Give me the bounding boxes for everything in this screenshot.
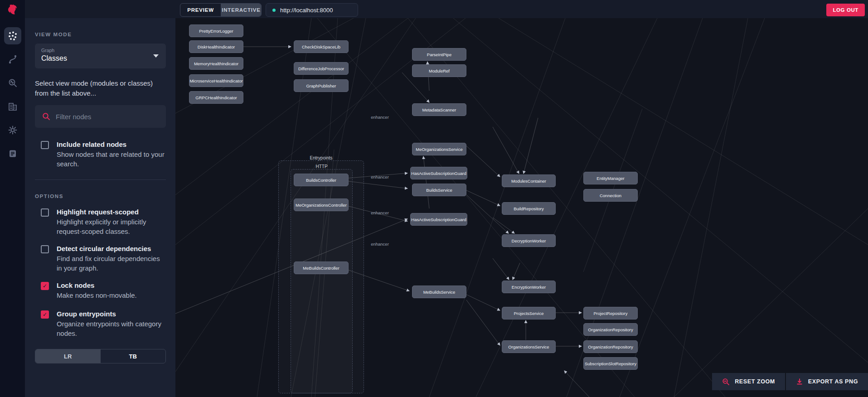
graph-node[interactable]: BuildsController <box>294 174 349 186</box>
graph-node[interactable]: ProjectRepository <box>583 307 638 320</box>
option-desc: Find and fix circular dependencies in yo… <box>57 254 166 273</box>
mode-segmented-control: PREVIEW INTERACTIVE <box>180 3 262 17</box>
graph-node[interactable]: CheckDiskSpaceLib <box>294 40 349 53</box>
inspect-icon <box>8 78 18 88</box>
include-related-checkbox[interactable] <box>41 141 49 149</box>
graph-node[interactable]: ModulesContainer <box>502 174 556 187</box>
graph-canvas[interactable]: EntrypointsHTTPPrettyErrorLoggerDiskHeal… <box>175 18 868 397</box>
options-heading: OPTIONS <box>35 194 166 199</box>
group-label: HTTP <box>315 164 327 169</box>
target-url-field[interactable]: http://localhost:8000 <box>266 3 358 17</box>
graph-node[interactable]: SubscriptionSlotRepository <box>583 357 638 370</box>
log-out-button[interactable]: LOG OUT <box>826 4 865 16</box>
graph-select-label: Graph <box>41 48 160 53</box>
option-title: Highlight request-scoped <box>57 207 166 217</box>
view-mode-description: Select view mode (modules or classes) fr… <box>35 78 166 98</box>
tab-interactive[interactable]: INTERACTIVE <box>221 4 261 16</box>
graph-node[interactable]: MeBuildsController <box>294 261 349 274</box>
graph-node[interactable]: MeBuildsService <box>412 286 466 298</box>
edge-label: enhancer <box>371 210 389 215</box>
magnifier-icon <box>722 378 730 386</box>
graph-node[interactable]: EncryptionWorker <box>502 281 556 293</box>
graph-node[interactable]: MeOrganizationsController <box>294 198 349 211</box>
option-title: Include related nodes <box>57 140 166 150</box>
graph-node[interactable]: ProjectsService <box>502 307 556 320</box>
graph-node[interactable]: OrganizationRepository <box>583 323 638 336</box>
direction-tb-button[interactable]: TB <box>101 349 166 363</box>
checkbox[interactable] <box>41 245 49 253</box>
graph-node[interactable]: DiskHealthIndicator <box>189 40 243 53</box>
graph-node[interactable]: ParseIntPipe <box>412 48 466 61</box>
rail-item-organization[interactable] <box>4 98 21 115</box>
canvas-footer-buttons: RESET ZOOMEXPORT AS PNG <box>712 373 868 390</box>
option-title: Lock nodes <box>57 281 137 290</box>
rail-item-graph[interactable] <box>4 27 21 44</box>
graph-node[interactable]: HasActiveSubscriptionGuard <box>410 167 467 179</box>
rail-item-settings[interactable] <box>4 121 21 139</box>
settings-icon <box>8 125 18 135</box>
organization-icon <box>8 102 18 111</box>
option-desc: Organize entrypoints with category nodes… <box>57 319 166 338</box>
graph-node[interactable]: Connection <box>583 189 638 202</box>
graph-node[interactable]: MeOrganizationsService <box>412 143 466 155</box>
graph-node[interactable]: GraphPublisher <box>294 79 349 92</box>
chevron-down-icon <box>153 54 159 58</box>
option-include-related-nodes[interactable]: Include related nodes Show nodes that ar… <box>41 140 166 169</box>
route-icon <box>8 54 18 64</box>
option-highlight-request-scoped[interactable]: Highlight request-scopedHighlight explic… <box>41 207 166 236</box>
download-icon <box>796 378 803 385</box>
logs-icon <box>8 149 18 159</box>
graph-node[interactable]: BuildsService <box>412 184 466 196</box>
sidebar: VIEW MODE Graph Classes Select view mode… <box>25 18 175 397</box>
group-label: Entrypoints <box>310 155 332 160</box>
reset-zoom-button[interactable]: RESET ZOOM <box>712 373 785 390</box>
graph-node[interactable]: OrganizationsService <box>502 340 556 353</box>
graph-node[interactable]: MetadataScanner <box>412 103 466 116</box>
target-url: http://localhost:8000 <box>280 7 333 14</box>
checkbox[interactable] <box>41 208 49 217</box>
graph-select-value: Classes <box>41 54 160 63</box>
edge-label: enhancer <box>371 115 389 120</box>
search-icon <box>42 112 50 121</box>
option-group-entrypoints[interactable]: ✓Group entrypointsOrganize entrypoints w… <box>41 309 166 338</box>
edge-label: enhancer <box>371 174 389 179</box>
option-title: Detect circular dependencies <box>57 244 166 254</box>
graph-node[interactable]: PrettyErrorLogger <box>189 24 243 37</box>
icon-rail <box>0 0 25 397</box>
graph-node[interactable]: DecryptionWorker <box>502 234 556 247</box>
graph-node[interactable]: DifferenceJobProcessor <box>294 62 349 75</box>
option-desc: Make nodes non-movable. <box>57 290 137 300</box>
rail-item-route[interactable] <box>4 51 21 68</box>
graph-node[interactable]: BuildRepository <box>502 202 556 215</box>
devtools-app: PREVIEW INTERACTIVE http://localhost:800… <box>0 0 868 397</box>
filter-nodes-input[interactable] <box>56 113 159 121</box>
graph-node[interactable]: EntityManager <box>583 172 638 184</box>
option-detect-circular-dependencies[interactable]: Detect circular dependenciesFind and fix… <box>41 244 166 273</box>
layout-direction-toggle: LR TB <box>35 349 166 363</box>
graph-node[interactable]: OrganizationRepository <box>583 340 638 353</box>
view-mode-heading: VIEW MODE <box>35 32 166 37</box>
sidebar-divider <box>35 179 166 180</box>
edge-label: enhancer <box>371 242 389 247</box>
checkbox[interactable]: ✓ <box>41 282 49 290</box>
graph-node[interactable]: ModuleRef <box>412 64 466 77</box>
checkbox[interactable]: ✓ <box>41 310 49 319</box>
graph-node[interactable]: MicroserviceHealthIndicator <box>189 74 243 87</box>
rail-item-inspect[interactable] <box>4 74 21 92</box>
option-title: Group entrypoints <box>57 309 166 319</box>
tab-preview[interactable]: PREVIEW <box>180 4 221 16</box>
rail-item-logs[interactable] <box>4 145 21 162</box>
connection-status-dot <box>272 9 276 12</box>
graph-node[interactable]: GRPCHealthIndicator <box>189 91 243 104</box>
option-lock-nodes[interactable]: ✓Lock nodesMake nodes non-movable. <box>41 281 166 300</box>
direction-lr-button[interactable]: LR <box>35 349 101 363</box>
top-bar: PREVIEW INTERACTIVE http://localhost:800… <box>25 0 868 18</box>
graph-node[interactable]: MemoryHealthIndicator <box>189 57 243 70</box>
export-as-png-button[interactable]: EXPORT AS PNG <box>786 373 868 390</box>
graph-select[interactable]: Graph Classes <box>35 44 166 68</box>
option-desc: Show nodes that are related to your sear… <box>57 150 166 169</box>
graph-node[interactable]: HasActiveSubscriptionGuard <box>410 213 467 226</box>
graph-icon <box>8 31 18 41</box>
filter-nodes-box <box>35 105 166 128</box>
nestjs-logo-icon <box>5 3 19 17</box>
